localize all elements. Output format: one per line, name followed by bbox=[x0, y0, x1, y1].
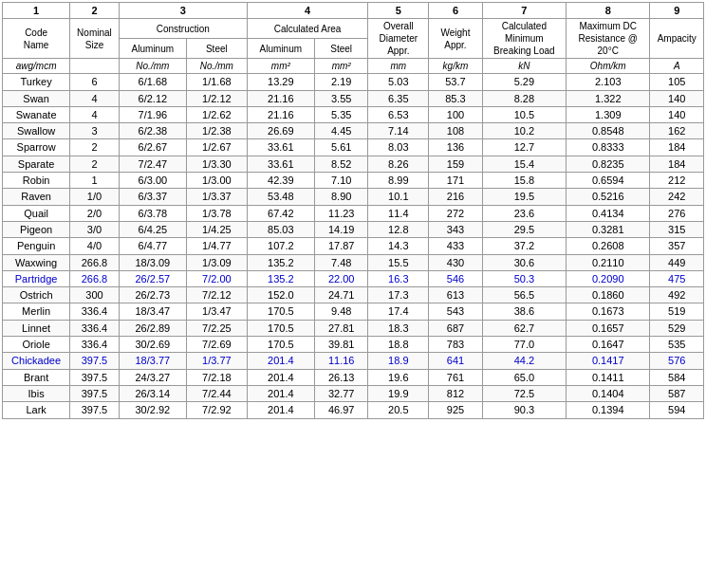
weight-cell: 216 bbox=[429, 189, 482, 205]
construction-st-cell: 1/3.00 bbox=[186, 173, 247, 189]
resistance-cell: 0.2090 bbox=[567, 270, 650, 286]
col5-number: 5 bbox=[368, 3, 429, 19]
col4a-unit: mm² bbox=[247, 59, 314, 74]
construction-al-cell: 30/2.69 bbox=[119, 337, 186, 353]
col3-number: 3 bbox=[119, 3, 247, 19]
ampacity-cell: 162 bbox=[650, 123, 704, 139]
construction-st-cell: 7/2.25 bbox=[186, 320, 247, 336]
name-cell: Merlin bbox=[3, 303, 70, 320]
table-body: Turkey66/1.681/1.6813.292.195.0353.75.29… bbox=[3, 74, 704, 418]
area-st-cell: 17.87 bbox=[314, 238, 367, 254]
construction-al-cell: 6/3.78 bbox=[119, 205, 186, 221]
weight-cell: 159 bbox=[429, 156, 482, 172]
diameter-cell: 6.35 bbox=[368, 90, 429, 106]
area-al-cell: 135.2 bbox=[247, 254, 314, 270]
weight-cell: 613 bbox=[429, 287, 482, 303]
size-cell: 1 bbox=[70, 173, 120, 189]
area-al-cell: 201.4 bbox=[247, 385, 314, 401]
resistance-cell: 0.1417 bbox=[567, 353, 650, 369]
breaking-load-cell: 23.6 bbox=[482, 205, 566, 221]
breaking-load-cell: 62.7 bbox=[482, 320, 566, 336]
area-al-cell: 170.5 bbox=[247, 320, 314, 336]
name-cell: Sparate bbox=[3, 156, 70, 172]
resistance-cell: 0.8235 bbox=[567, 156, 650, 172]
table-row: Pigeon3/06/4.251/4.2585.0314.1912.834329… bbox=[3, 221, 704, 237]
ampacity-cell: 449 bbox=[650, 254, 704, 270]
col1-number: 1 bbox=[3, 3, 70, 19]
ampacity-cell: 140 bbox=[650, 106, 704, 122]
resistance-cell: 0.6594 bbox=[567, 173, 650, 189]
construction-st-cell: 1/2.62 bbox=[186, 106, 247, 122]
ampacity-cell: 584 bbox=[650, 369, 704, 385]
name-cell: Robin bbox=[3, 173, 70, 189]
ampacity-cell: 140 bbox=[650, 90, 704, 106]
resistance-cell: 2.103 bbox=[567, 74, 650, 90]
name-cell: Ostrich bbox=[3, 287, 70, 303]
col3-label: Construction bbox=[119, 19, 247, 39]
col1-unit: awg/mcm bbox=[3, 59, 70, 74]
size-cell: 397.5 bbox=[70, 402, 120, 418]
area-al-cell: 201.4 bbox=[247, 402, 314, 418]
area-st-cell: 2.19 bbox=[314, 74, 367, 90]
construction-al-cell: 26/2.89 bbox=[119, 320, 186, 336]
diameter-cell: 8.03 bbox=[368, 139, 429, 156]
ampacity-cell: 105 bbox=[650, 74, 704, 90]
name-cell: Lark bbox=[3, 402, 70, 418]
construction-al-cell: 6/2.67 bbox=[119, 139, 186, 156]
weight-cell: 53.7 bbox=[429, 74, 482, 90]
diameter-cell: 6.53 bbox=[368, 106, 429, 122]
area-st-cell: 27.81 bbox=[314, 320, 367, 336]
ampacity-cell: 535 bbox=[650, 337, 704, 353]
breaking-load-cell: 77.0 bbox=[482, 337, 566, 353]
area-al-cell: 21.16 bbox=[247, 106, 314, 122]
table-row: Sparrow26/2.671/2.6733.615.618.0313612.7… bbox=[3, 139, 704, 156]
table-row: Lark397.530/2.927/2.92201.446.9720.59259… bbox=[3, 402, 704, 418]
breaking-load-cell: 10.5 bbox=[482, 106, 566, 122]
resistance-cell: 0.1860 bbox=[567, 287, 650, 303]
area-st-cell: 3.55 bbox=[314, 90, 367, 106]
breaking-load-cell: 29.5 bbox=[482, 221, 566, 237]
construction-al-cell: 26/2.57 bbox=[119, 270, 186, 286]
construction-al-cell: 6/2.12 bbox=[119, 90, 186, 106]
resistance-cell: 0.5216 bbox=[567, 189, 650, 205]
col1-label: CodeName bbox=[3, 19, 70, 59]
construction-st-cell: 1/3.47 bbox=[186, 303, 247, 320]
weight-cell: 761 bbox=[429, 369, 482, 385]
ampacity-cell: 492 bbox=[650, 287, 704, 303]
area-st-cell: 7.48 bbox=[314, 254, 367, 270]
size-cell: 397.5 bbox=[70, 353, 120, 369]
table-row: Waxwing266.818/3.091/3.09135.27.4815.543… bbox=[3, 254, 704, 270]
diameter-cell: 8.26 bbox=[368, 156, 429, 172]
size-cell: 4 bbox=[70, 90, 120, 106]
main-table-wrapper: 1 2 3 4 5 6 7 8 9 CodeName NominalSize C… bbox=[0, 0, 706, 421]
size-cell: 3/0 bbox=[70, 221, 120, 237]
area-st-cell: 11.23 bbox=[314, 205, 367, 221]
resistance-cell: 0.1673 bbox=[567, 303, 650, 320]
weight-cell: 925 bbox=[429, 402, 482, 418]
construction-st-cell: 1/1.68 bbox=[186, 74, 247, 90]
weight-cell: 783 bbox=[429, 337, 482, 353]
name-cell: Turkey bbox=[3, 74, 70, 90]
diameter-cell: 19.6 bbox=[368, 369, 429, 385]
col4-number: 4 bbox=[247, 3, 368, 19]
size-cell: 397.5 bbox=[70, 369, 120, 385]
diameter-cell: 19.9 bbox=[368, 385, 429, 401]
breaking-load-cell: 72.5 bbox=[482, 385, 566, 401]
col5-unit: mm bbox=[368, 59, 429, 74]
col4b-unit: mm² bbox=[314, 59, 367, 74]
diameter-cell: 7.14 bbox=[368, 123, 429, 139]
construction-st-cell: 1/2.38 bbox=[186, 123, 247, 139]
area-st-cell: 46.97 bbox=[314, 402, 367, 418]
construction-al-cell: 7/2.47 bbox=[119, 156, 186, 172]
construction-al-cell: 24/3.27 bbox=[119, 369, 186, 385]
name-cell: Sparrow bbox=[3, 139, 70, 156]
diameter-cell: 10.1 bbox=[368, 189, 429, 205]
col7-number: 7 bbox=[482, 3, 566, 19]
breaking-load-cell: 8.28 bbox=[482, 90, 566, 106]
name-cell: Swanate bbox=[3, 106, 70, 122]
area-st-cell: 22.00 bbox=[314, 270, 367, 286]
area-al-cell: 21.16 bbox=[247, 90, 314, 106]
weight-cell: 100 bbox=[429, 106, 482, 122]
diameter-cell: 12.8 bbox=[368, 221, 429, 237]
breaking-load-cell: 90.3 bbox=[482, 402, 566, 418]
